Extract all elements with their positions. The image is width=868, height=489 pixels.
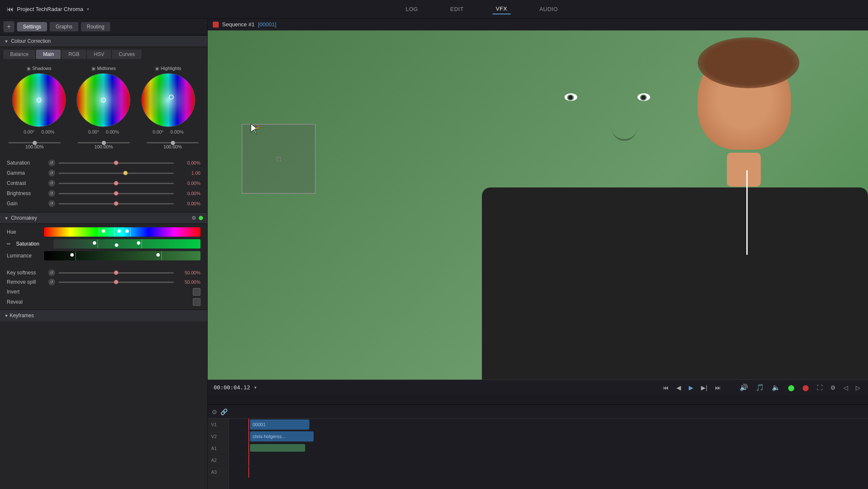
cc-tab-hsv[interactable]: HSV [87,50,111,59]
timeline-tracks: V1 V2 A1 A2 A3 00001 [208,419,868,489]
video-controls: 00:00:04.12 ▾ ⏮ ◀ ▶ ▶| ⏭ 🔊 🎵 🔈 ⬤ ⬤ ⛶ ⚙ ◁… [208,380,868,395]
shadows-slider[interactable] [8,142,61,143]
track-row-a2 [229,454,868,466]
key-softness-value: 50.00% [177,270,200,275]
nav-vfx[interactable]: VFX [492,4,511,14]
contrast-value: 0.00% [177,181,200,186]
shadows-deg: 0.00° [24,129,35,134]
brightness-reset-button[interactable]: ↺ [48,190,55,197]
cc-tab-curves[interactable]: Curves [112,50,142,59]
highlights-slider[interactable] [147,142,199,143]
chromakey-status-indicator [199,216,203,220]
project-dropdown-icon[interactable]: ▾ [87,7,89,11]
midtones-slider[interactable] [78,142,130,143]
saturation-slider[interactable] [58,162,174,164]
brightness-label: Brightness [7,190,45,196]
svg-point-12 [142,73,195,127]
tab-settings[interactable]: Settings [17,22,47,31]
key-softness-reset-button[interactable]: ↺ [48,269,55,276]
keyframes-expand-icon[interactable]: ▼ [4,313,10,318]
highlights-deg: 0.00° [153,129,164,134]
prev-frame-button[interactable]: ◀ [675,383,683,392]
video-header: Sequence #1 [00001] [208,19,868,31]
remove-spill-reset-button[interactable]: ↺ [48,279,55,285]
monitor-button[interactable]: ⬤ [786,383,796,392]
chroma-key-selection-box[interactable] [242,124,316,194]
next-frame-button[interactable]: ▶| [699,383,709,392]
reveal-checkbox[interactable] [193,298,200,306]
midtones-wheel[interactable] [76,73,131,128]
cc-tab-main[interactable]: Main [36,50,61,59]
sat-edit-icon[interactable]: ✏ [7,241,13,247]
right-panel: Sequence #1 [00001] [208,19,868,489]
key-softness-slider[interactable] [58,272,174,274]
skip-to-start-button[interactable]: ⏮ [661,383,670,392]
master-sliders-area: 100.00% 100.00% 100.00% [0,139,207,156]
lum-bar[interactable] [44,251,200,260]
tl-link-button[interactable]: 🔗 [220,408,228,415]
contrast-reset-button[interactable]: ↺ [48,180,55,187]
highlights-wheel[interactable] [141,73,196,128]
clip-a1[interactable] [250,444,305,452]
midtones-icon: ▣ [92,66,95,71]
param-row-contrast: Contrast ↺ 0.00% [7,178,200,188]
sub-tabs-bar: + Settings Graphs Routing [0,19,207,35]
lum-bar-label: Luminance [7,253,41,259]
left-panel: + Settings Graphs Routing ▼ Colour Corre… [0,19,208,489]
nav-audio[interactable]: AUDIO [536,4,562,14]
track-row-a3 [229,466,868,478]
play-button[interactable]: ▶ [687,383,695,392]
nav-log[interactable]: LOG [402,4,421,14]
add-tab-button[interactable]: + [3,21,14,32]
midtones-deg: 0.00° [88,129,99,134]
ck-invert-row: Invert [7,287,200,297]
video-frame[interactable] [208,31,868,380]
remove-spill-slider[interactable] [58,282,174,283]
audio-toggle-button[interactable]: 🎵 [754,383,766,392]
hue-bar[interactable] [44,227,200,237]
param-row-brightness: Brightness ↺ 0.00% [7,188,200,198]
fullscreen-button[interactable]: ⛶ [815,383,824,392]
chromakey-section-header: ▼ Chromakey ⚙ [0,212,207,224]
brightness-slider[interactable] [58,193,174,194]
tab-graphs[interactable]: Graphs [50,22,78,31]
audio-right-button[interactable]: 🔈 [770,383,782,392]
chromakey-collapse-icon[interactable]: ▼ [4,216,8,221]
hue-bar-row: Hue [7,227,200,237]
timeline-header: ⊙ 🔗 00:00:00.00 00:01:00.00 00:02:00.00 … [208,405,868,419]
sequence-name: Sequence #1 [222,21,255,28]
ck-param-key-softness: Key softness ↺ 50.00% [7,268,200,277]
shadows-label: Shadows [32,66,51,71]
headphone-left-button[interactable]: ◁ [842,383,850,392]
highlights-pct: 0.00% [170,129,184,134]
gain-reset-button[interactable]: ↺ [48,200,55,207]
shadows-wheel[interactable] [11,73,67,128]
cc-tab-rgb[interactable]: RGB [61,50,86,59]
cc-tab-balance[interactable]: Balance [3,50,35,59]
audio-left-button[interactable]: 🔊 [738,383,750,392]
gain-slider[interactable] [58,203,174,204]
tab-routing[interactable]: Routing [81,22,110,31]
master-slider-highlights: 100.00% [147,142,199,149]
record-button[interactable]: ⬤ [801,383,811,392]
clip-v2[interactable]: chris-holgerss... [250,431,314,441]
midtones-label: Midtones [97,66,116,71]
wheel-highlights: ▣ Highlights 0.00° 0.00% [141,66,196,134]
nav-edit[interactable]: EDIT [447,4,467,14]
gamma-slider[interactable] [58,173,174,174]
headphone-right-button[interactable]: ▷ [854,383,862,392]
timecode-dropdown-icon[interactable]: ▾ [254,385,256,390]
svg-point-2 [12,73,66,127]
wheel-midtones: ▣ Midtones 0.00° 0.00% [76,66,131,134]
settings-control-button[interactable]: ⚙ [829,383,837,392]
gamma-reset-button[interactable]: ↺ [48,170,55,176]
clip-v1[interactable]: 00001 [250,419,309,430]
sat-bar[interactable] [53,239,200,249]
chromakey-settings-icon[interactable]: ⚙ [192,215,196,221]
contrast-slider[interactable] [58,183,174,184]
saturation-reset-button[interactable]: ↺ [48,159,55,166]
invert-checkbox[interactable] [193,288,200,296]
colour-correction-collapse-icon[interactable]: ▼ [4,39,8,44]
skip-to-end-button[interactable]: ⏭ [713,383,723,392]
tl-snap-button[interactable]: ⊙ [212,408,217,415]
